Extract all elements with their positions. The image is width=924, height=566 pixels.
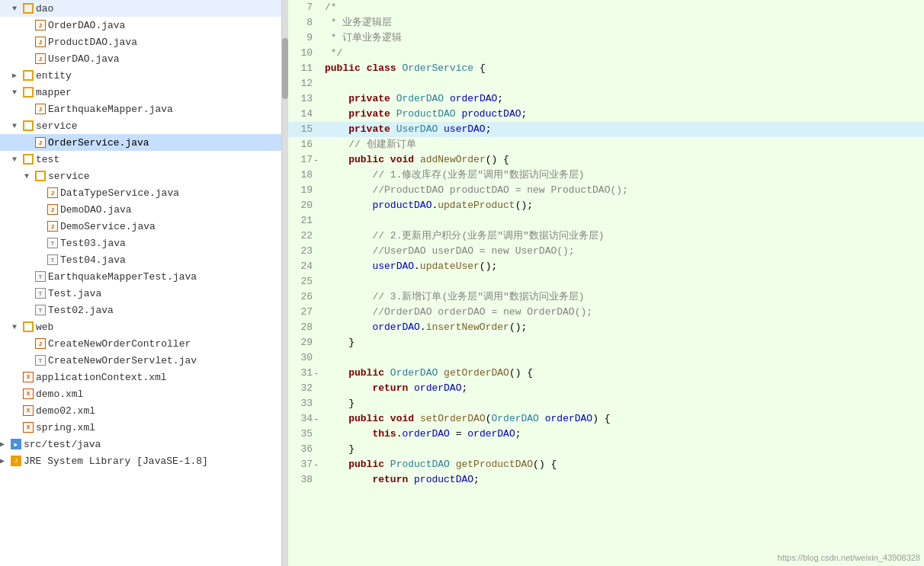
tree-item-service[interactable]: service (0, 117, 281, 134)
icon-dao (23, 3, 34, 14)
icon-test (23, 154, 34, 165)
code-editor[interactable]: 7 /* 8 * 业务逻辑层 9 * 订单业务逻辑 10 */ 11 publi… (288, 0, 924, 566)
line-num-23: 23 (288, 244, 319, 259)
tree-item-earthquakemapper[interactable]: J EarthquakeMapper.java (0, 101, 281, 117)
code-line-21: 21 (288, 213, 924, 229)
tree-item-srctest[interactable]: ▶ src/test/java (0, 436, 281, 452)
tree-item-demodao[interactable]: J DemoDAO.java (0, 201, 281, 218)
tree-item-testjava[interactable]: T Test.java (0, 285, 281, 302)
tree-item-productdao[interactable]: J ProductDAO.java (0, 34, 281, 50)
label-testjava: Test.java (48, 288, 281, 299)
icon-mapper (23, 87, 34, 98)
code-line-8: 8 * 业务逻辑层 (288, 15, 924, 30)
icon-spring: X (23, 422, 34, 433)
line-num-11: 11 (288, 61, 319, 76)
arrow-service2 (24, 172, 35, 181)
tree-item-spring[interactable]: X spring.xml (0, 419, 281, 436)
tree-item-createneworderservlet[interactable]: T CreateNewOrderServlet.jav (0, 352, 281, 369)
file-tree[interactable]: dao J OrderDAO.java J ProductDAO.java J … (0, 0, 282, 566)
line-code-10: */ (319, 46, 924, 61)
label-demoservice: DemoService.java (60, 221, 281, 232)
label-test03: Test03.java (60, 238, 281, 249)
label-createnewordercontroller: CreateNewOrderController (48, 338, 281, 350)
icon-demoservice: J (47, 221, 58, 232)
line-num-32: 32 (288, 381, 319, 396)
line-code-15: private UserDAO userDAO; (319, 122, 924, 137)
tree-item-earthquakemappertest[interactable]: T EarthquakeMapperTest.java (0, 268, 281, 285)
label-earthquakemappertest: EarthquakeMapperTest.java (48, 271, 281, 283)
tree-item-mapper[interactable]: mapper (0, 84, 281, 101)
icon-datatypeservice: J (47, 187, 58, 198)
line-num-36: 36 (288, 442, 319, 457)
line-num-22: 22 (288, 229, 319, 244)
vertical-scrollbar[interactable] (282, 0, 288, 566)
line-code-8: * 业务逻辑层 (319, 15, 924, 30)
tree-item-applicationcontext[interactable]: X applicationContext.xml (0, 369, 281, 385)
arrow-srctest (0, 440, 11, 449)
tree-item-test04[interactable]: T Test04.java (0, 251, 281, 268)
label-jre: JRE System Library [JavaSE-1.8] (24, 456, 281, 467)
tree-item-test02[interactable]: T Test02.java (0, 302, 281, 318)
tree-item-test03[interactable]: T Test03.java (0, 235, 281, 251)
label-demodao: DemoDAO.java (60, 204, 281, 216)
tree-item-demoservice[interactable]: J DemoService.java (0, 218, 281, 235)
icon-web (23, 321, 34, 332)
label-userdao: UserDAO.java (48, 53, 281, 65)
line-code-12 (319, 76, 924, 91)
tree-item-orderdao[interactable]: J OrderDAO.java (0, 17, 281, 34)
label-applicationcontext: applicationContext.xml (36, 372, 281, 383)
line-num-31: 31- (288, 366, 319, 381)
tree-item-demo[interactable]: X demo.xml (0, 385, 281, 402)
line-num-27: 27 (288, 305, 319, 320)
tree-item-web[interactable]: web (0, 318, 281, 335)
line-num-19: 19 (288, 183, 319, 198)
tree-item-createnewordercontroller[interactable]: J CreateNewOrderController (0, 335, 281, 352)
tree-item-jre[interactable]: J JRE System Library [JavaSE-1.8] (0, 452, 281, 469)
label-test04: Test04.java (60, 254, 281, 266)
line-code-24: userDAO.updateUser(); (319, 259, 924, 274)
code-line-9: 9 * 订单业务逻辑 (288, 30, 924, 46)
code-line-37: 37- public ProductDAO getProductDAO() { (288, 457, 924, 472)
label-test: test (36, 154, 281, 165)
arrow-test (12, 155, 23, 164)
label-entity: entity (36, 70, 281, 82)
code-line-18: 18 // 1.修改库存(业务层"调用"数据访问业务层) (288, 168, 924, 183)
scrollbar-thumb[interactable] (282, 38, 288, 99)
code-line-16: 16 // 创建新订单 (288, 137, 924, 152)
icon-productdao: J (35, 37, 46, 47)
line-num-9: 9 (288, 30, 319, 46)
line-code-22: // 2.更新用户积分(业务层"调用"数据访问业务层) (319, 229, 924, 244)
arrow-web (12, 323, 23, 331)
label-mapper: mapper (36, 87, 281, 98)
code-line-12: 12 (288, 76, 924, 91)
icon-orderdao: J (35, 20, 46, 30)
label-orderservice: OrderService.java (48, 137, 281, 149)
code-line-34: 34- public void setOrderDAO(OrderDAO ord… (288, 411, 924, 427)
line-num-13: 13 (288, 91, 319, 107)
code-line-27: 27 //OrderDAO orderDAO = new OrderDAO(); (288, 305, 924, 320)
line-num-37: 37- (288, 457, 319, 472)
code-table: 7 /* 8 * 业务逻辑层 9 * 订单业务逻辑 10 */ 11 publi… (288, 0, 924, 488)
tree-item-datatypeservice[interactable]: J DataTypeService.java (0, 184, 281, 201)
line-code-32: return orderDAO; (319, 381, 924, 396)
code-line-14: 14 private ProductDAO productDAO; (288, 107, 924, 122)
tree-item-entity[interactable]: entity (0, 67, 281, 84)
tree-item-dao[interactable]: dao (0, 0, 281, 17)
tree-item-orderservice[interactable]: J OrderService.java (0, 134, 281, 151)
line-code-17: public void addNewOrder() { (319, 152, 924, 168)
line-num-21: 21 (288, 213, 319, 229)
tree-item-userdao[interactable]: J UserDAO.java (0, 50, 281, 67)
icon-applicationcontext: X (23, 372, 34, 382)
line-code-16: // 创建新订单 (319, 137, 924, 152)
tree-item-service2[interactable]: service (0, 168, 281, 184)
label-demo02: demo02.xml (36, 405, 281, 417)
line-code-20: productDAO.updateProduct(); (319, 198, 924, 213)
code-line-17: 17- public void addNewOrder() { (288, 152, 924, 168)
line-num-20: 20 (288, 198, 319, 213)
tree-item-demo02[interactable]: X demo02.xml (0, 402, 281, 419)
code-line-15: 15 private UserDAO userDAO; (288, 122, 924, 137)
tree-item-test[interactable]: test (0, 151, 281, 168)
line-code-11: public class OrderService { (319, 61, 924, 76)
arrow-mapper (12, 88, 23, 97)
line-code-26: // 3.新增订单(业务层"调用"数据访问业务层) (319, 289, 924, 305)
